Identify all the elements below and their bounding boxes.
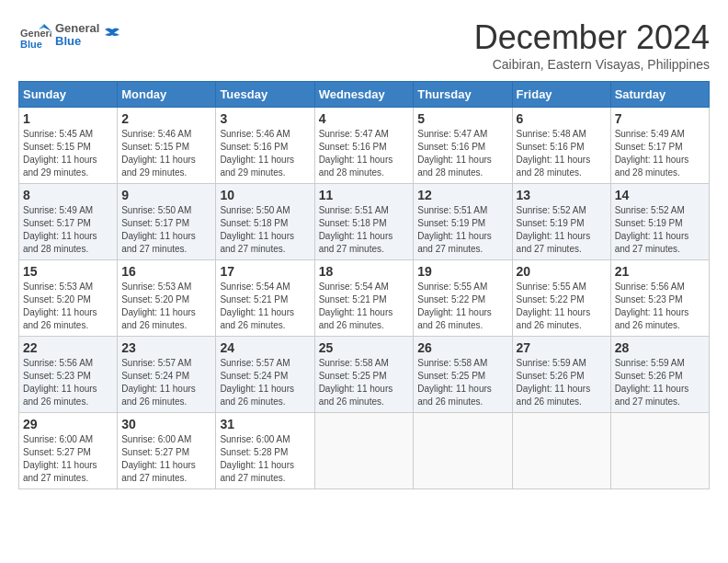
day-number: 29 [23, 417, 113, 431]
day-info: Sunrise: 6:00 AMSunset: 5:28 PMDaylight:… [220, 434, 294, 483]
title-section: December 2024 Caibiran, Eastern Visayas,… [474, 18, 710, 72]
header-sunday: Sunday [19, 82, 118, 108]
day-info: Sunrise: 5:45 AMSunset: 5:15 PMDaylight:… [23, 129, 97, 178]
day-number: 20 [517, 264, 607, 279]
day-number: 31 [220, 417, 310, 431]
day-number: 13 [517, 188, 607, 202]
logo-icon: General Blue [18, 18, 51, 52]
svg-text:Blue: Blue [20, 39, 42, 50]
calendar-cell: 26Sunrise: 5:58 AMSunset: 5:25 PMDayligh… [414, 337, 512, 413]
day-info: Sunrise: 5:58 AMSunset: 5:25 PMDaylight:… [417, 358, 492, 407]
day-number: 4 [319, 111, 410, 126]
location-subtitle: Caibiran, Eastern Visayas, Philippines [474, 57, 710, 72]
day-number: 18 [319, 264, 410, 279]
calendar-table: SundayMondayTuesdayWednesdayThursdayFrid… [18, 81, 710, 489]
day-number: 17 [220, 264, 310, 279]
day-info: Sunrise: 5:57 AMSunset: 5:24 PMDaylight:… [220, 358, 294, 407]
calendar-cell: 16Sunrise: 5:53 AMSunset: 5:20 PMDayligh… [118, 260, 216, 337]
calendar-cell: 8Sunrise: 5:49 AMSunset: 5:17 PMDaylight… [19, 184, 118, 260]
calendar-cell: 12Sunrise: 5:51 AMSunset: 5:19 PMDayligh… [414, 184, 512, 260]
day-info: Sunrise: 5:54 AMSunset: 5:21 PMDaylight:… [220, 282, 294, 330]
calendar-cell: 19Sunrise: 5:55 AMSunset: 5:22 PMDayligh… [414, 260, 512, 337]
header-monday: Monday [118, 82, 216, 108]
day-number: 25 [319, 340, 410, 355]
logo-blue-label: Blue [55, 35, 99, 48]
calendar-cell: 13Sunrise: 5:52 AMSunset: 5:19 PMDayligh… [512, 184, 610, 260]
day-number: 22 [23, 340, 113, 355]
calendar-body: 1Sunrise: 5:45 AMSunset: 5:15 PMDaylight… [19, 108, 710, 489]
day-number: 15 [23, 264, 113, 279]
day-number: 23 [121, 340, 211, 355]
day-info: Sunrise: 5:53 AMSunset: 5:20 PMDaylight:… [121, 282, 196, 330]
day-info: Sunrise: 5:48 AMSunset: 5:16 PMDaylight:… [517, 129, 591, 178]
day-info: Sunrise: 5:51 AMSunset: 5:18 PMDaylight:… [319, 205, 393, 254]
day-number: 3 [220, 111, 310, 126]
calendar-cell: 5Sunrise: 5:47 AMSunset: 5:16 PMDaylight… [414, 108, 512, 184]
day-info: Sunrise: 5:57 AMSunset: 5:24 PMDaylight:… [121, 358, 196, 407]
week-row-2: 8Sunrise: 5:49 AMSunset: 5:17 PMDaylight… [19, 184, 710, 260]
day-info: Sunrise: 5:50 AMSunset: 5:17 PMDaylight:… [121, 205, 196, 254]
calendar-cell: 1Sunrise: 5:45 AMSunset: 5:15 PMDaylight… [19, 108, 118, 184]
day-number: 16 [121, 264, 211, 279]
day-number: 21 [615, 264, 705, 279]
calendar-cell: 21Sunrise: 5:56 AMSunset: 5:23 PMDayligh… [610, 260, 709, 337]
day-number: 14 [615, 188, 705, 202]
calendar-cell: 29Sunrise: 6:00 AMSunset: 5:27 PMDayligh… [19, 413, 118, 489]
week-row-1: 1Sunrise: 5:45 AMSunset: 5:15 PMDaylight… [19, 108, 710, 184]
logo-text: General Blue [55, 22, 99, 49]
calendar-cell: 3Sunrise: 5:46 AMSunset: 5:16 PMDaylight… [216, 108, 314, 184]
page-header: General Blue General Blue December 2024 … [18, 18, 710, 72]
header-tuesday: Tuesday [216, 82, 314, 108]
bird-icon [103, 26, 121, 44]
calendar-cell: 28Sunrise: 5:59 AMSunset: 5:26 PMDayligh… [610, 337, 709, 413]
day-info: Sunrise: 5:59 AMSunset: 5:26 PMDaylight:… [615, 358, 689, 407]
calendar-cell [314, 413, 414, 489]
day-info: Sunrise: 5:54 AMSunset: 5:21 PMDaylight:… [319, 282, 393, 330]
day-number: 2 [121, 111, 211, 126]
day-info: Sunrise: 5:52 AMSunset: 5:19 PMDaylight:… [517, 205, 591, 254]
calendar-cell: 4Sunrise: 5:47 AMSunset: 5:16 PMDaylight… [314, 108, 414, 184]
logo-general-label: General [55, 22, 99, 35]
day-number: 24 [220, 340, 310, 355]
day-number: 1 [23, 111, 113, 126]
day-info: Sunrise: 5:49 AMSunset: 5:17 PMDaylight:… [615, 129, 689, 178]
header-friday: Friday [512, 82, 610, 108]
day-number: 6 [517, 111, 607, 126]
day-info: Sunrise: 5:52 AMSunset: 5:19 PMDaylight:… [615, 205, 689, 254]
day-number: 12 [417, 188, 507, 202]
day-number: 26 [417, 340, 507, 355]
day-number: 28 [615, 340, 705, 355]
calendar-cell: 20Sunrise: 5:55 AMSunset: 5:22 PMDayligh… [512, 260, 610, 337]
day-info: Sunrise: 5:47 AMSunset: 5:16 PMDaylight:… [417, 129, 492, 178]
calendar-cell: 6Sunrise: 5:48 AMSunset: 5:16 PMDaylight… [512, 108, 610, 184]
week-row-4: 22Sunrise: 5:56 AMSunset: 5:23 PMDayligh… [19, 337, 710, 413]
calendar-cell [512, 413, 610, 489]
day-info: Sunrise: 6:00 AMSunset: 5:27 PMDaylight:… [121, 434, 196, 483]
week-row-5: 29Sunrise: 6:00 AMSunset: 5:27 PMDayligh… [19, 413, 710, 489]
day-number: 9 [121, 188, 211, 202]
calendar-header: SundayMondayTuesdayWednesdayThursdayFrid… [19, 82, 710, 108]
calendar-cell: 23Sunrise: 5:57 AMSunset: 5:24 PMDayligh… [118, 337, 216, 413]
day-info: Sunrise: 5:53 AMSunset: 5:20 PMDaylight:… [23, 282, 97, 330]
day-info: Sunrise: 6:00 AMSunset: 5:27 PMDaylight:… [23, 434, 97, 483]
calendar-cell: 17Sunrise: 5:54 AMSunset: 5:21 PMDayligh… [216, 260, 314, 337]
day-info: Sunrise: 5:56 AMSunset: 5:23 PMDaylight:… [615, 282, 689, 330]
day-number: 30 [121, 417, 211, 431]
day-number: 11 [319, 188, 410, 202]
logo: General Blue General Blue [18, 18, 121, 52]
calendar-cell: 18Sunrise: 5:54 AMSunset: 5:21 PMDayligh… [314, 260, 414, 337]
calendar-cell [610, 413, 709, 489]
day-info: Sunrise: 5:46 AMSunset: 5:15 PMDaylight:… [121, 129, 196, 178]
day-info: Sunrise: 5:47 AMSunset: 5:16 PMDaylight:… [319, 129, 393, 178]
day-info: Sunrise: 5:51 AMSunset: 5:19 PMDaylight:… [417, 205, 492, 254]
day-info: Sunrise: 5:46 AMSunset: 5:16 PMDaylight:… [220, 129, 294, 178]
day-info: Sunrise: 5:56 AMSunset: 5:23 PMDaylight:… [23, 358, 97, 407]
calendar-cell: 9Sunrise: 5:50 AMSunset: 5:17 PMDaylight… [118, 184, 216, 260]
month-title: December 2024 [474, 18, 710, 57]
calendar-cell: 14Sunrise: 5:52 AMSunset: 5:19 PMDayligh… [610, 184, 709, 260]
day-number: 19 [417, 264, 507, 279]
day-info: Sunrise: 5:55 AMSunset: 5:22 PMDaylight:… [417, 282, 492, 330]
day-info: Sunrise: 5:58 AMSunset: 5:25 PMDaylight:… [319, 358, 393, 407]
svg-text:General: General [20, 28, 51, 39]
day-number: 27 [517, 340, 607, 355]
